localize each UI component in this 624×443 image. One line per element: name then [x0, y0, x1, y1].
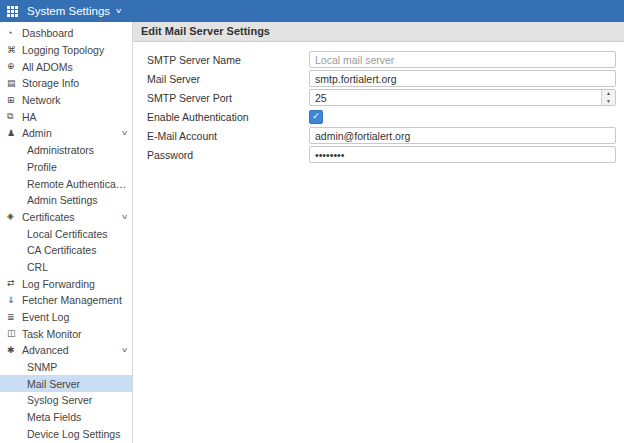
- chevron-down-icon[interactable]: ∨: [121, 129, 129, 137]
- form-row-e-mail-account: E-Mail Account: [147, 127, 616, 144]
- field-label: SMTP Server Port: [147, 92, 309, 104]
- mail-server-form: SMTP Server NameMail ServerSMTP Server P…: [133, 42, 624, 165]
- sidebar-item-device-log-settings[interactable]: Device Log Settings: [0, 426, 132, 443]
- sidebar-item-label: Device Log Settings: [27, 428, 127, 440]
- topbar-title: System Settings: [27, 5, 110, 17]
- spinner-down-icon[interactable]: ▼: [602, 98, 615, 106]
- sidebar-item-label: Fetcher Management: [22, 294, 127, 306]
- sidebar-item-admin-settings[interactable]: Admin Settings: [0, 192, 132, 209]
- field-label: E-Mail Account: [147, 130, 309, 142]
- field-control: [309, 70, 616, 87]
- sidebar-item-network[interactable]: ⊞Network: [0, 92, 132, 109]
- sidebar-item-mail-server[interactable]: Mail Server: [0, 375, 132, 392]
- sidebar-item-administrators[interactable]: Administrators: [0, 142, 132, 159]
- sidebar-item-local-certificates[interactable]: Local Certificates: [0, 225, 132, 242]
- smtp-server-port-input[interactable]: [309, 89, 616, 106]
- sidebar-item-remote-authentication-server[interactable]: Remote Authentication Server: [0, 175, 132, 192]
- sidebar-item-label: Profile: [27, 161, 127, 173]
- sidebar-item-meta-fields[interactable]: Meta Fields: [0, 409, 132, 426]
- field-control: [309, 127, 616, 144]
- field-control: ✓: [309, 110, 616, 124]
- field-control: [309, 146, 616, 163]
- field-label: Mail Server: [147, 73, 309, 85]
- layout: ◔Dashboard⌘Logging Topology⊕All ADOMs▤St…: [0, 22, 624, 443]
- sidebar-item-label: Remote Authentication Server: [27, 178, 127, 190]
- form-row-enable-authentication: Enable Authentication✓: [147, 108, 616, 125]
- ha-icon: ⧉: [7, 112, 22, 121]
- sidebar-item-ca-certificates[interactable]: CA Certificates: [0, 242, 132, 259]
- sidebar-item-all-adoms[interactable]: ⊕All ADOMs: [0, 58, 132, 75]
- task-monitor-icon: ◫: [7, 329, 22, 338]
- sidebar-item-label: HA: [22, 111, 127, 123]
- certificates-icon: ◈: [7, 212, 22, 221]
- form-row-password: Password: [147, 146, 616, 163]
- sidebar-item-label: Logging Topology: [22, 44, 127, 56]
- smtp-server-name-input[interactable]: [309, 51, 616, 68]
- sidebar-item-ha[interactable]: ⧉HA: [0, 108, 132, 125]
- sidebar-item-advanced[interactable]: ✱Advanced∨: [0, 342, 132, 359]
- form-row-smtp-server-name: SMTP Server Name: [147, 51, 616, 68]
- mail-server-input[interactable]: [309, 70, 616, 87]
- sidebar-item-label: Advanced: [22, 344, 118, 356]
- sidebar-item-label: Admin Settings: [27, 194, 127, 206]
- sidebar-item-label: Certificates: [22, 211, 118, 223]
- sidebar-item-storage-info[interactable]: ▤Storage Info: [0, 75, 132, 92]
- sidebar-item-event-log[interactable]: ≣Event Log: [0, 309, 132, 326]
- sidebar-item-label: CRL: [27, 261, 127, 273]
- page-title: Edit Mail Server Settings: [133, 22, 624, 42]
- sidebar-item-log-forwarding[interactable]: ⇄Log Forwarding: [0, 275, 132, 292]
- enable-authentication-checkbox[interactable]: ✓: [309, 110, 323, 124]
- apps-grid-icon[interactable]: [7, 6, 18, 17]
- sidebar-item-syslog-server[interactable]: Syslog Server: [0, 392, 132, 409]
- form-row-mail-server: Mail Server: [147, 70, 616, 87]
- password-input[interactable]: [309, 146, 616, 163]
- field-label: Password: [147, 149, 309, 161]
- sidebar-item-profile[interactable]: Profile: [0, 159, 132, 176]
- sidebar-item-snmp[interactable]: SNMP: [0, 359, 132, 376]
- field-control: [309, 51, 616, 68]
- network-icon: ⊞: [7, 96, 22, 105]
- sidebar-item-certificates[interactable]: ◈Certificates∨: [0, 209, 132, 226]
- system-settings-menu[interactable]: System Settings ∨: [27, 5, 121, 17]
- sidebar-item-label: CA Certificates: [27, 244, 127, 256]
- storage-icon: ▤: [7, 79, 22, 88]
- field-label: Enable Authentication: [147, 111, 309, 123]
- sidebar-item-label: Network: [22, 94, 127, 106]
- sidebar-item-label: Event Log: [22, 311, 127, 323]
- sidebar-item-label: Mail Server: [27, 378, 127, 390]
- chevron-down-icon[interactable]: ∨: [121, 213, 129, 221]
- topbar: System Settings ∨: [0, 0, 624, 22]
- field-label: SMTP Server Name: [147, 54, 309, 66]
- sidebar-item-task-monitor[interactable]: ◫Task Monitor: [0, 325, 132, 342]
- chevron-down-icon: ∨: [115, 7, 123, 15]
- sidebar-item-logging-topology[interactable]: ⌘Logging Topology: [0, 42, 132, 59]
- chevron-down-icon[interactable]: ∨: [121, 346, 129, 354]
- sidebar-item-label: Dashboard: [22, 27, 127, 39]
- sidebar-item-label: Syslog Server: [27, 394, 127, 406]
- spinner-up-icon[interactable]: ▲: [602, 90, 615, 98]
- sidebar: ◔Dashboard⌘Logging Topology⊕All ADOMs▤St…: [0, 22, 133, 443]
- sidebar-item-label: Meta Fields: [27, 411, 127, 423]
- sidebar-item-label: Admin: [22, 127, 118, 139]
- admin-icon: ♟: [7, 129, 22, 138]
- sidebar-item-label: SNMP: [27, 361, 127, 373]
- sidebar-item-admin[interactable]: ♟Admin∨: [0, 125, 132, 142]
- field-control: ▲▼: [309, 89, 616, 106]
- sidebar-item-dashboard[interactable]: ◔Dashboard: [0, 25, 132, 42]
- sidebar-item-crl[interactable]: CRL: [0, 259, 132, 276]
- e-mail-account-input[interactable]: [309, 127, 616, 144]
- form-row-smtp-server-port: SMTP Server Port▲▼: [147, 89, 616, 106]
- log-forwarding-icon: ⇄: [7, 279, 22, 288]
- fetcher-management-icon: ⇓: [7, 296, 22, 305]
- dashboard-icon: ◔: [7, 29, 22, 38]
- sidebar-item-label: Local Certificates: [27, 228, 127, 240]
- sidebar-item-label: All ADOMs: [22, 61, 127, 73]
- sidebar-item-fetcher-management[interactable]: ⇓Fetcher Management: [0, 292, 132, 309]
- sidebar-item-label: Administrators: [27, 144, 127, 156]
- main-content: Edit Mail Server Settings SMTP Server Na…: [133, 22, 624, 443]
- adoms-icon: ⊕: [7, 62, 22, 71]
- sidebar-item-label: Log Forwarding: [22, 278, 127, 290]
- event-log-icon: ≣: [7, 313, 22, 322]
- spinner-buttons: ▲▼: [601, 90, 615, 105]
- apps-grid-icon-glyph: [7, 6, 10, 9]
